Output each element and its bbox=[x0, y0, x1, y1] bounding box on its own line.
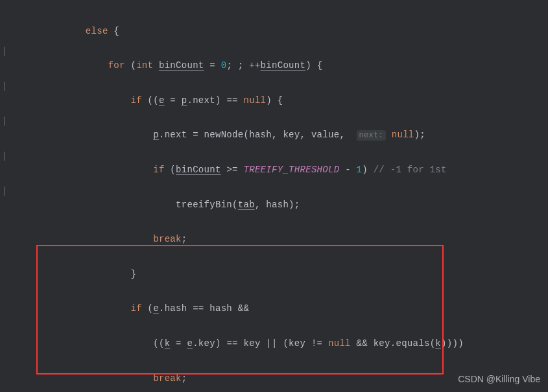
code-line: for (int binCount = 0; ; ++binCount) { bbox=[6, 57, 548, 75]
keyword-break: break bbox=[153, 373, 182, 384]
code-line: if ((e = p.next) == null) { bbox=[6, 92, 548, 110]
var-e: e bbox=[153, 303, 159, 314]
watermark-text: CSDN @Killing Vibe bbox=[458, 371, 540, 388]
keyword-if: if bbox=[130, 303, 141, 314]
code-line: p.next = newNode(hash, key, value, next:… bbox=[6, 126, 548, 144]
keyword-if: if bbox=[130, 95, 141, 106]
keyword-else: else bbox=[86, 26, 108, 36]
code-line: if (binCount >= TREEIFY_THRESHOLD - 1) /… bbox=[6, 161, 548, 179]
var-bincount: binCount bbox=[159, 60, 204, 71]
var-bincount: binCount bbox=[176, 165, 221, 175]
var-p: p bbox=[153, 130, 159, 140]
keyword-for: for bbox=[108, 60, 125, 71]
null-literal: null bbox=[243, 95, 266, 106]
keyword-break: break bbox=[153, 234, 182, 244]
code-line: ((k = e.key) == key || (key != null && k… bbox=[6, 335, 548, 352]
comment: // -1 for 1st bbox=[374, 165, 447, 175]
editor-gutter bbox=[0, 0, 5, 392]
var-e: e bbox=[187, 338, 193, 349]
constant: TREEIFY_THRESHOLD bbox=[244, 165, 340, 175]
number-literal: 1 bbox=[357, 165, 363, 175]
param-hint: next: bbox=[357, 130, 387, 141]
code-line: break; bbox=[6, 231, 548, 248]
code-editor[interactable]: else { for (int binCount = 0; ; ++binCou… bbox=[0, 0, 548, 392]
var-e: e bbox=[159, 95, 165, 106]
null-literal: null bbox=[328, 338, 351, 349]
var-bincount: binCount bbox=[261, 60, 306, 71]
fold-mark-icon bbox=[0, 47, 5, 56]
null-literal: null bbox=[392, 130, 414, 140]
type-int: int bbox=[136, 60, 153, 71]
code-line: } bbox=[6, 266, 548, 283]
keyword-if: if bbox=[153, 165, 164, 175]
var-tab: tab bbox=[238, 200, 255, 210]
code-line: if (e.hash == hash && bbox=[6, 300, 548, 317]
fold-mark-icon bbox=[0, 82, 5, 91]
code-line: treeifyBin(tab, hash); bbox=[6, 196, 548, 214]
fold-mark-icon bbox=[0, 152, 5, 161]
fold-mark-icon bbox=[0, 117, 5, 126]
var-k: k bbox=[435, 338, 441, 349]
fold-mark-icon bbox=[0, 187, 5, 196]
code-line: else { bbox=[6, 23, 548, 40]
